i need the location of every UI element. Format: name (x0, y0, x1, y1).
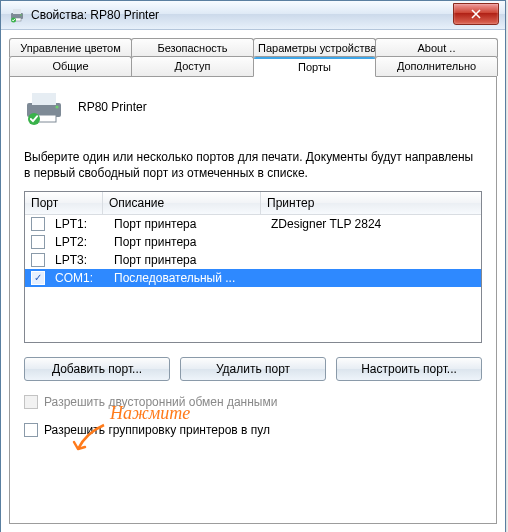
dialog-footer: OK Отмена Применить (9, 524, 497, 532)
tabs-row-2: Общие Доступ Порты Дополнительно (9, 56, 497, 76)
port-buttons: Добавить порт... Удалить порт Настроить … (24, 357, 482, 381)
tabs-row-1: Управление цветом Безопасность Параметры… (9, 38, 497, 57)
printer-header: RP80 Printer (24, 89, 482, 125)
tab-panel: RP80 Printer Выберите один или несколько… (9, 76, 497, 524)
dialog-window: Свойства: RP80 Printer Управление цветом… (0, 0, 506, 532)
instruction-text: Выберите один или несколько портов для п… (24, 149, 482, 181)
table-row[interactable]: LPT2:Порт принтера (25, 233, 481, 251)
cell-port: LPT2: (49, 235, 108, 249)
bidi-label: Разрешить двусторонний обмен данными (44, 395, 277, 409)
row-checkbox[interactable] (31, 235, 45, 249)
svg-point-3 (20, 14, 22, 16)
delete-port-button[interactable]: Удалить порт (180, 357, 326, 381)
cell-desc: Порт принтера (108, 235, 265, 249)
tab-security[interactable]: Безопасность (131, 38, 254, 57)
table-row[interactable]: COM1:Последовательный ... (25, 269, 481, 287)
row-checkbox[interactable] (31, 217, 45, 231)
bidi-checkbox-row: Разрешить двусторонний обмен данными (24, 395, 482, 409)
row-checkbox[interactable] (31, 253, 45, 267)
tab-general[interactable]: Общие (9, 56, 132, 76)
pool-checkbox-row[interactable]: Разрешить группировку принтеров в пул (24, 423, 482, 437)
titlebar: Свойства: RP80 Printer (1, 1, 505, 30)
bidi-checkbox (24, 395, 38, 409)
printer-icon (24, 89, 64, 125)
cell-port: COM1: (49, 271, 108, 285)
table-body: LPT1:Порт принтераZDesigner TLP 2824LPT2… (25, 215, 481, 287)
tab-ports[interactable]: Порты (253, 56, 376, 77)
table-row[interactable]: LPT1:Порт принтераZDesigner TLP 2824 (25, 215, 481, 233)
col-port[interactable]: Порт (25, 192, 103, 214)
svg-rect-1 (13, 9, 21, 14)
col-desc[interactable]: Описание (103, 192, 261, 214)
col-printer[interactable]: Принтер (261, 192, 481, 214)
svg-rect-6 (32, 93, 56, 105)
printer-name: RP80 Printer (78, 100, 147, 114)
table-row[interactable]: LPT3:Порт принтера (25, 251, 481, 269)
window-title: Свойства: RP80 Printer (31, 8, 159, 22)
tab-about[interactable]: About .. (375, 38, 498, 57)
svg-point-8 (55, 105, 58, 108)
tab-advanced[interactable]: Дополнительно (375, 56, 498, 76)
table-header: Порт Описание Принтер (25, 192, 481, 215)
cell-desc: Порт принтера (108, 253, 265, 267)
tab-sharing[interactable]: Доступ (131, 56, 254, 76)
close-button[interactable] (453, 3, 499, 25)
printer-title-icon (9, 7, 25, 23)
pool-label: Разрешить группировку принтеров в пул (44, 423, 270, 437)
cell-desc: Порт принтера (108, 217, 265, 231)
tab-color-management[interactable]: Управление цветом (9, 38, 132, 57)
tab-device-settings[interactable]: Параметры устройства (253, 38, 376, 57)
cell-port: LPT1: (49, 217, 108, 231)
ports-table: Порт Описание Принтер LPT1:Порт принтера… (24, 191, 482, 343)
row-checkbox[interactable] (31, 271, 45, 285)
cell-port: LPT3: (49, 253, 108, 267)
add-port-button[interactable]: Добавить порт... (24, 357, 170, 381)
cell-printer: ZDesigner TLP 2824 (265, 217, 481, 231)
content: Управление цветом Безопасность Параметры… (1, 30, 505, 532)
pool-checkbox[interactable] (24, 423, 38, 437)
cell-desc: Последовательный ... (108, 271, 265, 285)
configure-port-button[interactable]: Настроить порт... (336, 357, 482, 381)
